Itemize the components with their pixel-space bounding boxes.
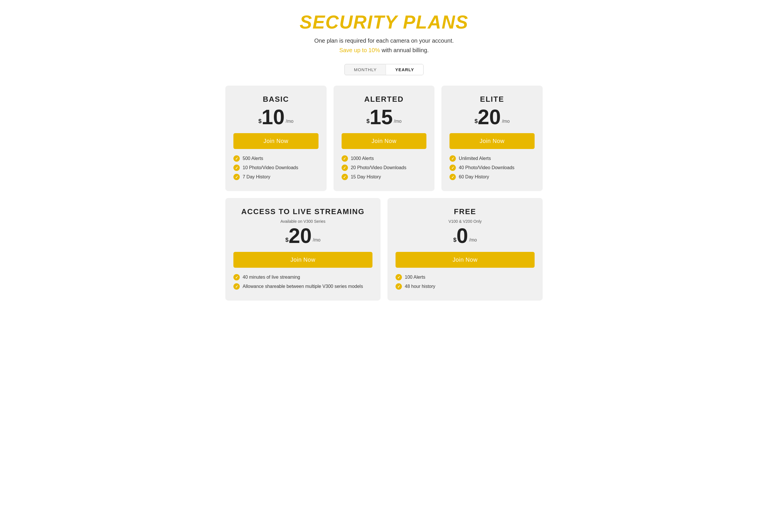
check-icon <box>396 274 402 280</box>
plan-card-elite: ELITE $ 20 /mo Join Now Unlimited Alerts… <box>441 86 543 191</box>
page-container: SECURITY PLANS One plan is required for … <box>225 12 543 301</box>
price-period: /mo <box>394 119 402 124</box>
plan-card-bottom-0: ACCESS TO LIVE STREAMING Available on V3… <box>225 198 381 301</box>
subtitle: One plan is required for each camera on … <box>225 37 543 44</box>
feature-item: 48 hour history <box>396 283 534 290</box>
plan-name: ACCESS TO LIVE STREAMING <box>234 207 372 216</box>
feature-text: 40 minutes of live streaming <box>243 275 300 280</box>
price-dollar: $ <box>258 118 261 124</box>
check-icon <box>449 165 456 171</box>
price-amount: 15 <box>370 107 393 127</box>
savings-suffix: with annual billing. <box>380 47 429 53</box>
check-icon <box>234 274 240 280</box>
feature-item: Allowance shareable between multiple V30… <box>234 283 372 290</box>
feature-item: 15 Day History <box>342 174 427 180</box>
price-period: /mo <box>502 119 510 124</box>
yearly-toggle-btn[interactable]: YEARLY <box>386 64 423 75</box>
check-icon <box>234 283 240 290</box>
savings-highlight: Save up to 10% <box>339 47 380 53</box>
feature-item: 20 Photo/Video Downloads <box>342 165 427 171</box>
plan-subtitle: V100 & V200 Only <box>396 219 534 224</box>
plan-name: ALERTED <box>342 95 427 104</box>
feature-item: 1000 Alerts <box>342 155 427 162</box>
feature-list: 40 minutes of live streaming Allowance s… <box>234 274 372 290</box>
price-amount: 20 <box>478 107 501 127</box>
feature-item: 10 Photo/Video Downloads <box>234 165 319 171</box>
feature-item: 500 Alerts <box>234 155 319 162</box>
plan-price: $ 20 /mo <box>234 225 372 246</box>
billing-toggle: MONTHLY YEARLY <box>225 64 543 75</box>
plan-price: $ 0 /mo <box>396 225 534 246</box>
price-dollar: $ <box>475 118 478 124</box>
price-amount: 20 <box>289 225 312 246</box>
check-icon <box>396 283 402 290</box>
feature-text: 15 Day History <box>351 174 381 180</box>
feature-text: 100 Alerts <box>405 275 425 280</box>
check-icon <box>234 155 240 162</box>
price-period: /mo <box>469 237 477 243</box>
plan-price: $ 20 /mo <box>449 107 534 127</box>
feature-text: 48 hour history <box>405 284 435 289</box>
plan-subtitle: Available on V300 Series <box>234 219 372 224</box>
feature-list: 100 Alerts 48 hour history <box>396 274 534 290</box>
feature-text: 40 Photo/Video Downloads <box>459 165 514 170</box>
page-title: SECURITY PLANS <box>225 12 543 33</box>
price-period: /mo <box>313 237 321 243</box>
price-amount: 10 <box>262 107 285 127</box>
monthly-toggle-btn[interactable]: MONTHLY <box>345 64 386 75</box>
check-icon <box>342 174 348 180</box>
plans-top-grid: BASIC $ 10 /mo Join Now 500 Alerts 10 Ph… <box>225 86 543 191</box>
price-dollar: $ <box>285 237 289 243</box>
feature-item: 100 Alerts <box>396 274 534 280</box>
plan-price: $ 15 /mo <box>342 107 427 127</box>
feature-text: 10 Photo/Video Downloads <box>243 165 298 170</box>
feature-item: 7 Day History <box>234 174 319 180</box>
feature-item: 60 Day History <box>449 174 534 180</box>
feature-text: Allowance shareable between multiple V30… <box>243 284 363 289</box>
feature-list: Unlimited Alerts 40 Photo/Video Download… <box>449 155 534 180</box>
join-button[interactable]: Join Now <box>234 133 319 149</box>
feature-item: 40 Photo/Video Downloads <box>449 165 534 171</box>
join-button[interactable]: Join Now <box>396 252 534 268</box>
plan-card-bottom-1: FREE V100 & V200 Only $ 0 /mo Join Now 1… <box>387 198 543 301</box>
feature-item: 40 minutes of live streaming <box>234 274 372 280</box>
join-button[interactable]: Join Now <box>342 133 427 149</box>
price-period: /mo <box>286 119 294 124</box>
feature-list: 500 Alerts 10 Photo/Video Downloads 7 Da… <box>234 155 319 180</box>
check-icon <box>449 174 456 180</box>
check-icon <box>234 165 240 171</box>
feature-text: Unlimited Alerts <box>459 156 491 161</box>
plan-price: $ 10 /mo <box>234 107 319 127</box>
plans-bottom-grid: ACCESS TO LIVE STREAMING Available on V3… <box>225 198 543 301</box>
price-dollar: $ <box>366 118 370 124</box>
price-amount: 0 <box>456 225 468 246</box>
check-icon <box>342 165 348 171</box>
join-button[interactable]: Join Now <box>234 252 372 268</box>
feature-item: Unlimited Alerts <box>449 155 534 162</box>
toggle-container: MONTHLY YEARLY <box>345 64 424 75</box>
plan-name: FREE <box>396 207 534 216</box>
feature-text: 7 Day History <box>243 174 270 180</box>
plan-card-alerted: ALERTED $ 15 /mo Join Now 1000 Alerts 20… <box>334 86 435 191</box>
feature-text: 500 Alerts <box>243 156 263 161</box>
feature-list: 1000 Alerts 20 Photo/Video Downloads 15 … <box>342 155 427 180</box>
plan-card-basic: BASIC $ 10 /mo Join Now 500 Alerts 10 Ph… <box>225 86 327 191</box>
join-button[interactable]: Join Now <box>449 133 534 149</box>
check-icon <box>449 155 456 162</box>
feature-text: 1000 Alerts <box>351 156 374 161</box>
check-icon <box>342 155 348 162</box>
plan-name: BASIC <box>234 95 319 104</box>
price-dollar: $ <box>453 237 456 243</box>
feature-text: 20 Photo/Video Downloads <box>351 165 406 170</box>
feature-text: 60 Day History <box>459 174 489 180</box>
plan-name: ELITE <box>449 95 534 104</box>
savings-text: Save up to 10% with annual billing. <box>225 47 543 54</box>
check-icon <box>234 174 240 180</box>
